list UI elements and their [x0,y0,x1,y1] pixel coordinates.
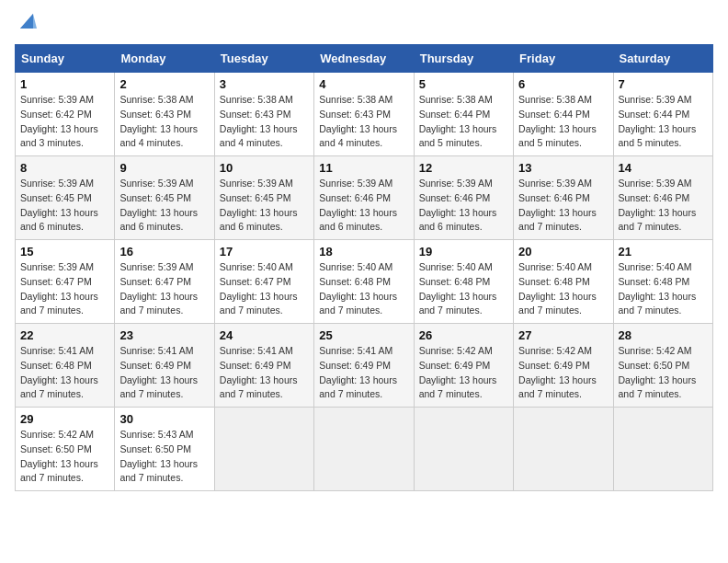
calendar-cell: 27Sunrise: 5:42 AMSunset: 6:49 PMDayligh… [514,324,613,408]
day-number: 14 [619,161,708,175]
calendar-cell: 16Sunrise: 5:39 AMSunset: 6:47 PMDayligh… [115,240,214,324]
calendar-cell: 25Sunrise: 5:41 AMSunset: 6:49 PMDayligh… [314,324,414,408]
calendar-cell: 2Sunrise: 5:38 AMSunset: 6:43 PMDaylight… [115,73,214,156]
day-info: Sunrise: 5:40 AMSunset: 6:48 PMDaylight:… [518,260,608,318]
day-info: Sunrise: 5:39 AMSunset: 6:46 PMDaylight:… [619,177,708,235]
day-number: 4 [319,77,408,91]
day-number: 11 [319,161,408,175]
day-number: 9 [119,161,209,175]
day-info: Sunrise: 5:40 AMSunset: 6:48 PMDaylight:… [419,260,508,318]
day-number: 21 [619,245,708,259]
day-info: Sunrise: 5:41 AMSunset: 6:49 PMDaylight:… [319,344,408,402]
calendar-week-row: 8Sunrise: 5:39 AMSunset: 6:45 PMDaylight… [16,156,713,240]
day-number: 10 [220,161,309,175]
day-info: Sunrise: 5:40 AMSunset: 6:47 PMDaylight:… [220,260,309,318]
day-info: Sunrise: 5:38 AMSunset: 6:43 PMDaylight:… [119,93,209,151]
day-info: Sunrise: 5:38 AMSunset: 6:43 PMDaylight:… [220,93,309,151]
day-info: Sunrise: 5:39 AMSunset: 6:46 PMDaylight:… [319,177,408,235]
calendar-cell: 19Sunrise: 5:40 AMSunset: 6:48 PMDayligh… [414,240,513,324]
day-number: 29 [20,412,109,426]
calendar-cell: 14Sunrise: 5:39 AMSunset: 6:46 PMDayligh… [613,156,712,240]
calendar-cell: 10Sunrise: 5:39 AMSunset: 6:45 PMDayligh… [214,156,313,240]
day-number: 30 [119,412,209,426]
day-info: Sunrise: 5:38 AMSunset: 6:44 PMDaylight:… [518,93,608,151]
day-info: Sunrise: 5:41 AMSunset: 6:49 PMDaylight:… [220,344,309,402]
calendar-cell: 20Sunrise: 5:40 AMSunset: 6:48 PMDayligh… [514,240,613,324]
weekday-header: Tuesday [214,45,313,73]
day-number: 22 [20,328,109,342]
calendar-cell: 22Sunrise: 5:41 AMSunset: 6:48 PMDayligh… [16,324,115,408]
calendar-cell: 15Sunrise: 5:39 AMSunset: 6:47 PMDayligh… [16,240,115,324]
weekday-header: Thursday [414,45,513,73]
day-number: 2 [119,77,209,91]
calendar-cell: 30Sunrise: 5:43 AMSunset: 6:50 PMDayligh… [115,408,214,491]
day-info: Sunrise: 5:42 AMSunset: 6:50 PMDaylight:… [619,344,708,402]
day-info: Sunrise: 5:39 AMSunset: 6:46 PMDaylight:… [419,177,508,235]
calendar-cell: 18Sunrise: 5:40 AMSunset: 6:48 PMDayligh… [314,240,414,324]
day-number: 15 [20,245,109,259]
day-number: 24 [220,328,309,342]
logo-icon [17,10,37,30]
calendar-cell [514,408,613,491]
day-number: 26 [419,328,508,342]
calendar-cell: 5Sunrise: 5:38 AMSunset: 6:44 PMDaylight… [414,73,513,156]
calendar-cell: 28Sunrise: 5:42 AMSunset: 6:50 PMDayligh… [613,324,712,408]
calendar-cell: 21Sunrise: 5:40 AMSunset: 6:48 PMDayligh… [613,240,712,324]
day-info: Sunrise: 5:41 AMSunset: 6:48 PMDaylight:… [20,344,109,402]
calendar-cell: 17Sunrise: 5:40 AMSunset: 6:47 PMDayligh… [214,240,313,324]
logo [15,15,37,35]
calendar-cell: 4Sunrise: 5:38 AMSunset: 6:43 PMDaylight… [314,73,414,156]
page-header [15,15,713,35]
calendar-cell [214,408,313,491]
day-info: Sunrise: 5:39 AMSunset: 6:47 PMDaylight:… [20,260,109,318]
calendar-week-row: 1Sunrise: 5:39 AMSunset: 6:42 PMDaylight… [16,73,713,156]
weekday-header: Sunday [16,45,115,73]
calendar-cell: 11Sunrise: 5:39 AMSunset: 6:46 PMDayligh… [314,156,414,240]
calendar-cell: 13Sunrise: 5:39 AMSunset: 6:46 PMDayligh… [514,156,613,240]
weekday-header: Saturday [613,45,712,73]
day-number: 7 [619,77,708,91]
day-number: 12 [419,161,508,175]
day-number: 8 [20,161,109,175]
day-number: 18 [319,245,408,259]
day-info: Sunrise: 5:40 AMSunset: 6:48 PMDaylight:… [619,260,708,318]
day-info: Sunrise: 5:39 AMSunset: 6:47 PMDaylight:… [119,260,209,318]
weekday-header: Friday [514,45,613,73]
calendar-cell: 26Sunrise: 5:42 AMSunset: 6:49 PMDayligh… [414,324,513,408]
day-number: 27 [518,328,608,342]
calendar-cell: 1Sunrise: 5:39 AMSunset: 6:42 PMDaylight… [16,73,115,156]
day-number: 17 [220,245,309,259]
day-info: Sunrise: 5:42 AMSunset: 6:49 PMDaylight:… [518,344,608,402]
calendar-header-row: SundayMondayTuesdayWednesdayThursdayFrid… [16,45,713,73]
day-number: 6 [518,77,608,91]
day-info: Sunrise: 5:39 AMSunset: 6:42 PMDaylight:… [20,93,109,151]
day-info: Sunrise: 5:40 AMSunset: 6:48 PMDaylight:… [319,260,408,318]
day-number: 16 [119,245,209,259]
calendar-table: SundayMondayTuesdayWednesdayThursdayFrid… [15,44,713,491]
day-info: Sunrise: 5:39 AMSunset: 6:45 PMDaylight:… [20,177,109,235]
calendar-cell: 23Sunrise: 5:41 AMSunset: 6:49 PMDayligh… [115,324,214,408]
calendar-cell: 29Sunrise: 5:42 AMSunset: 6:50 PMDayligh… [16,408,115,491]
day-number: 1 [20,77,109,91]
day-info: Sunrise: 5:42 AMSunset: 6:49 PMDaylight:… [419,344,508,402]
day-number: 3 [220,77,309,91]
weekday-header: Monday [115,45,214,73]
day-info: Sunrise: 5:39 AMSunset: 6:44 PMDaylight:… [619,93,708,151]
day-number: 23 [119,328,209,342]
calendar-cell: 6Sunrise: 5:38 AMSunset: 6:44 PMDaylight… [514,73,613,156]
calendar-week-row: 15Sunrise: 5:39 AMSunset: 6:47 PMDayligh… [16,240,713,324]
calendar-week-row: 29Sunrise: 5:42 AMSunset: 6:50 PMDayligh… [16,408,713,491]
calendar-cell: 9Sunrise: 5:39 AMSunset: 6:45 PMDaylight… [115,156,214,240]
day-number: 13 [518,161,608,175]
day-number: 25 [319,328,408,342]
day-info: Sunrise: 5:42 AMSunset: 6:50 PMDaylight:… [20,428,109,486]
calendar-cell: 12Sunrise: 5:39 AMSunset: 6:46 PMDayligh… [414,156,513,240]
calendar-cell: 7Sunrise: 5:39 AMSunset: 6:44 PMDaylight… [613,73,712,156]
calendar-cell: 8Sunrise: 5:39 AMSunset: 6:45 PMDaylight… [16,156,115,240]
day-info: Sunrise: 5:38 AMSunset: 6:44 PMDaylight:… [419,93,508,151]
day-info: Sunrise: 5:39 AMSunset: 6:45 PMDaylight:… [220,177,309,235]
day-number: 28 [619,328,708,342]
day-number: 20 [518,245,608,259]
calendar-cell: 3Sunrise: 5:38 AMSunset: 6:43 PMDaylight… [214,73,313,156]
day-number: 5 [419,77,508,91]
